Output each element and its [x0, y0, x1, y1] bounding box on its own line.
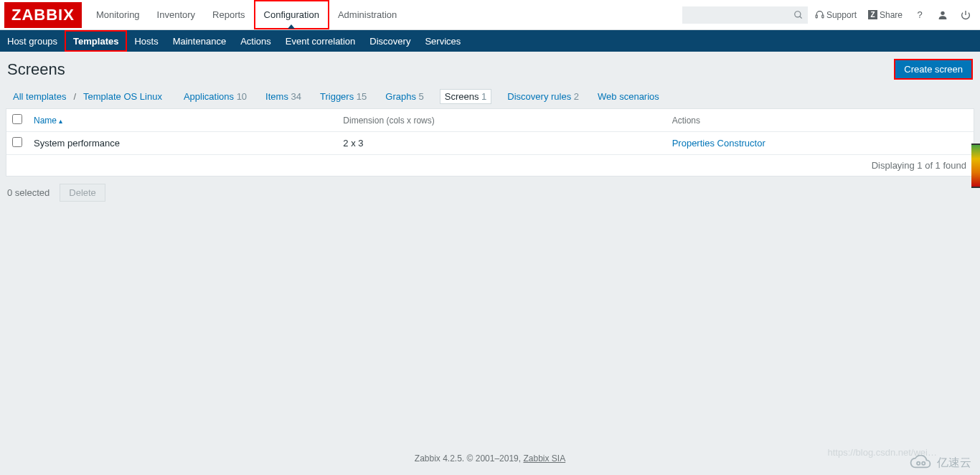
svg-rect-2 — [816, 15, 817, 18]
create-screen-button[interactable]: Create screen — [894, 59, 973, 80]
screens-table: Name Dimension (cols x rows) Actions Sys… — [6, 109, 974, 155]
select-all-checkbox[interactable] — [12, 114, 22, 124]
row-actions-cell: Properties Constructor — [666, 132, 974, 155]
th-name-label: Name — [34, 116, 62, 126]
page-header: Screens Create screen — [0, 52, 980, 85]
tab-applications-count: 10 — [237, 91, 247, 102]
svg-line-1 — [800, 16, 802, 18]
tab-items-label: Items — [265, 91, 288, 102]
svg-point-4 — [941, 11, 944, 14]
top-nav: Monitoring Inventory Reports Configurati… — [88, 0, 405, 29]
topnav-administration[interactable]: Administration — [329, 0, 405, 29]
table-actions-bar: 0 selected Delete — [0, 177, 980, 209]
power-icon — [960, 9, 971, 21]
share-label: Share — [880, 10, 903, 20]
zabbix-logo[interactable]: ZABBIX — [4, 2, 82, 28]
subnav-actions[interactable]: Actions — [233, 30, 278, 52]
row-constructor-link[interactable]: Constructor — [717, 138, 765, 149]
template-tabs: All templates / Template OS Linux Applic… — [0, 85, 980, 108]
topnav-configuration[interactable]: Configuration — [254, 0, 329, 29]
subnav-services[interactable]: Services — [418, 30, 468, 52]
tab-web-scenarios-label: Web scenarios — [598, 91, 659, 102]
top-bar: ZABBIX Monitoring Inventory Reports Conf… — [0, 0, 980, 30]
tab-screens-label: Screens — [445, 91, 479, 102]
top-right-controls: Support Z Share ? — [682, 5, 980, 25]
scroll-helper[interactable] — [971, 144, 980, 188]
table-footer: Displaying 1 of 1 found — [6, 155, 974, 176]
tab-items[interactable]: Items 34 — [263, 90, 304, 103]
help-icon: ? — [917, 9, 922, 20]
tab-applications-label: Applications — [184, 91, 234, 102]
tab-screens-count: 1 — [481, 91, 486, 102]
tab-graphs-count: 5 — [419, 91, 424, 102]
z-icon: Z — [868, 10, 877, 19]
delete-button: Delete — [60, 184, 105, 202]
table-row: System performance 2 x 3 Properties Cons… — [6, 132, 974, 155]
svg-point-5 — [917, 462, 920, 465]
row-properties-link[interactable]: Properties — [672, 138, 715, 149]
th-name[interactable]: Name — [28, 109, 337, 132]
breadcrumb-all-templates[interactable]: All templates — [10, 90, 69, 103]
svg-point-6 — [922, 462, 925, 465]
search-icon — [793, 10, 804, 20]
share-link[interactable]: Z Share — [864, 7, 907, 23]
tab-applications[interactable]: Applications 10 — [181, 90, 250, 103]
tab-triggers-label: Triggers — [320, 91, 354, 102]
watermark-text: 亿速云 — [937, 456, 971, 471]
select-all-cell — [6, 109, 28, 132]
watermark: 亿速云 — [908, 455, 971, 471]
topnav-monitoring[interactable]: Monitoring — [88, 0, 149, 29]
search-input[interactable] — [682, 6, 808, 24]
user-icon — [937, 9, 948, 21]
tab-graphs[interactable]: Graphs 5 — [382, 90, 427, 103]
tab-screens[interactable]: Screens 1 — [440, 89, 492, 104]
tab-triggers-count: 15 — [357, 91, 367, 102]
subnav-templates[interactable]: Templates — [65, 30, 127, 52]
support-label: Support — [826, 10, 857, 20]
row-check-cell — [6, 132, 28, 155]
th-actions: Actions — [666, 109, 974, 132]
user-button[interactable] — [933, 5, 953, 25]
svg-rect-3 — [822, 15, 824, 18]
selected-count: 0 selected — [7, 187, 50, 198]
tab-graphs-label: Graphs — [385, 91, 416, 102]
subnav-event-correlation[interactable]: Event correlation — [278, 30, 363, 52]
footer-zabbix-link[interactable]: Zabbix SIA — [523, 453, 565, 464]
subnav-maintenance[interactable]: Maintenance — [166, 30, 233, 52]
cloud-icon — [908, 455, 933, 471]
tab-discovery-rules[interactable]: Discovery rules 2 — [504, 90, 582, 103]
footer-text: Zabbix 4.2.5. © 2001–2019, — [415, 453, 524, 464]
subnav-host-groups[interactable]: Host groups — [0, 30, 65, 52]
subnav-discovery[interactable]: Discovery — [362, 30, 418, 52]
headset-icon — [815, 10, 824, 19]
row-name-cell[interactable]: System performance — [28, 132, 337, 155]
tab-triggers[interactable]: Triggers 15 — [317, 90, 369, 103]
screens-table-wrap: Name Dimension (cols x rows) Actions Sys… — [6, 108, 974, 177]
th-dimension: Dimension (cols x rows) — [337, 109, 666, 132]
topnav-inventory[interactable]: Inventory — [149, 0, 204, 29]
breadcrumb-template-name[interactable]: Template OS Linux — [80, 90, 165, 103]
topnav-reports[interactable]: Reports — [204, 0, 254, 29]
page-title: Screens — [7, 60, 65, 79]
sub-nav: Host groups Templates Hosts Maintenance … — [0, 30, 980, 52]
subnav-hosts[interactable]: Hosts — [127, 30, 165, 52]
breadcrumb-separator: / — [73, 91, 76, 102]
tab-discovery-rules-label: Discovery rules — [507, 91, 571, 102]
tab-items-count: 34 — [291, 91, 301, 102]
row-checkbox[interactable] — [12, 137, 22, 147]
support-link[interactable]: Support — [811, 7, 861, 23]
table-header-row: Name Dimension (cols x rows) Actions — [6, 109, 974, 132]
row-dimension-cell: 2 x 3 — [337, 132, 666, 155]
tab-web-scenarios[interactable]: Web scenarios — [595, 90, 662, 103]
tab-discovery-rules-count: 2 — [574, 91, 579, 102]
power-button[interactable] — [956, 5, 976, 25]
svg-point-0 — [795, 11, 801, 17]
help-button[interactable]: ? — [910, 5, 930, 25]
